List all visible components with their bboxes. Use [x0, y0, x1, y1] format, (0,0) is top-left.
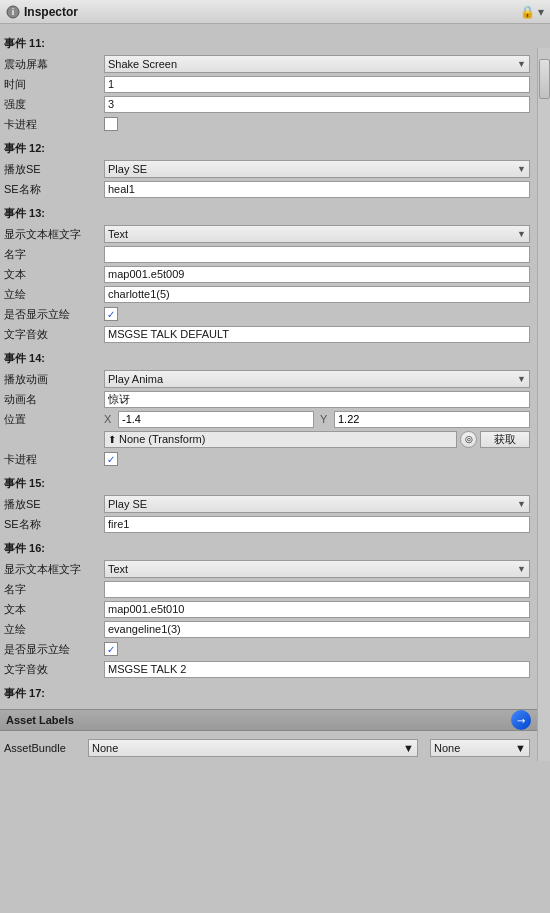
- transform-box: ⬆ None (Transform): [104, 431, 457, 448]
- field-value: [104, 601, 530, 618]
- strength-input[interactable]: [104, 96, 530, 113]
- shake-screen-dropdown[interactable]: Shake Screen ▼: [104, 55, 530, 73]
- text-input[interactable]: [104, 266, 530, 283]
- x-label: X: [104, 413, 116, 425]
- title-text: Inspector: [24, 5, 78, 19]
- event14-field2: 位置 X Y: [4, 410, 530, 428]
- field-value: ✓: [104, 642, 530, 656]
- field-label: SE名称: [4, 182, 104, 197]
- portrait-input2[interactable]: [104, 621, 530, 638]
- field-label: 强度: [4, 97, 104, 112]
- event14-field0: 播放动画 Play Anima ▼: [4, 370, 530, 388]
- event13-field4: 是否显示立绘 ✓: [4, 305, 530, 323]
- ka-checkbox2[interactable]: ✓: [104, 452, 118, 466]
- text-input2[interactable]: [104, 601, 530, 618]
- event16-field2: 文本: [4, 600, 530, 618]
- event13-header: 事件 13:: [4, 206, 530, 221]
- field-label: 文字音效: [4, 662, 104, 677]
- show-portrait-checkbox2[interactable]: ✓: [104, 642, 118, 656]
- field-value: [104, 76, 530, 93]
- event16-field5: 文字音效: [4, 660, 530, 678]
- event11-header: 事件 11:: [4, 36, 530, 51]
- field-label: 名字: [4, 582, 104, 597]
- asset-labels-bar: Asset Labels ↗: [0, 709, 550, 731]
- portrait-input[interactable]: [104, 286, 530, 303]
- se-name-input[interactable]: [104, 181, 530, 198]
- x-input[interactable]: [118, 411, 314, 428]
- chevron-down-icon: ▼: [517, 374, 526, 384]
- field-value: ✓: [104, 452, 530, 466]
- get-button[interactable]: 获取: [480, 431, 530, 448]
- field-value: X Y: [104, 411, 530, 428]
- event13-field0: 显示文本框文字 Text ▼: [4, 225, 530, 243]
- event14-field1: 动画名: [4, 390, 530, 408]
- event16-field3: 立绘: [4, 620, 530, 638]
- field-label: 播放SE: [4, 162, 104, 177]
- title-bar: i Inspector 🔒 ▾: [0, 0, 550, 24]
- main-content: 事件 11: 震动屏幕 Shake Screen ▼ 时间 强度: [0, 24, 550, 709]
- svg-text:i: i: [12, 7, 15, 17]
- time-input[interactable]: [104, 76, 530, 93]
- event11-field1: 时间: [4, 75, 530, 93]
- voice-input2[interactable]: [104, 661, 530, 678]
- chevron-down-icon: ▼: [403, 742, 414, 754]
- event15-field0: 播放SE Play SE ▼: [4, 495, 530, 513]
- ka-checkbox[interactable]: [104, 117, 118, 131]
- voice-input[interactable]: [104, 326, 530, 343]
- event16-field1: 名字: [4, 580, 530, 598]
- field-label: SE名称: [4, 517, 104, 532]
- text-dropdown2[interactable]: Text ▼: [104, 560, 530, 578]
- asset-bundle-dropdown1[interactable]: None ▼: [88, 739, 418, 757]
- anim-name-input[interactable]: [104, 391, 530, 408]
- field-value: [104, 266, 530, 283]
- checkbox-wrapper: ✓: [104, 307, 530, 321]
- event12-field1: SE名称: [4, 180, 530, 198]
- field-value: [104, 117, 530, 131]
- event16-field4: 是否显示立绘 ✓: [4, 640, 530, 658]
- field-label: 显示文本框文字: [4, 227, 104, 242]
- field-label: 位置: [4, 412, 104, 427]
- field-label: 文本: [4, 602, 104, 617]
- chevron-down-icon: ▼: [515, 742, 526, 754]
- arrow-icon: ↗: [514, 713, 527, 726]
- field-value: Text ▼: [104, 225, 530, 243]
- play-se-dropdown2[interactable]: Play SE ▼: [104, 495, 530, 513]
- inspector-icon: i: [6, 5, 20, 19]
- asset-labels-button[interactable]: ↗: [511, 710, 531, 730]
- show-portrait-checkbox[interactable]: ✓: [104, 307, 118, 321]
- field-value: Play Anima ▼: [104, 370, 530, 388]
- asset-bundle-dropdown2[interactable]: None ▼: [430, 739, 530, 757]
- play-anima-dropdown[interactable]: Play Anima ▼: [104, 370, 530, 388]
- chevron-down-icon: ▼: [517, 564, 526, 574]
- field-label: 显示文本框文字: [4, 562, 104, 577]
- field-label: 文本: [4, 267, 104, 282]
- event11-field2: 强度: [4, 95, 530, 113]
- lock-icon[interactable]: 🔒 ▾: [520, 5, 544, 19]
- circle-select-btn[interactable]: ◎: [460, 431, 477, 448]
- field-value: [104, 516, 530, 533]
- y-input[interactable]: [334, 411, 530, 428]
- checkbox-wrapper: [104, 117, 530, 131]
- text-dropdown[interactable]: Text ▼: [104, 225, 530, 243]
- field-label: 是否显示立绘: [4, 307, 104, 322]
- transform-row: ⬆ None (Transform) ◎ 获取: [4, 430, 530, 448]
- event14-header: 事件 14:: [4, 351, 530, 366]
- name-input[interactable]: [104, 246, 530, 263]
- event13-field1: 名字: [4, 245, 530, 263]
- field-value: Text ▼: [104, 560, 530, 578]
- field-label: 立绘: [4, 287, 104, 302]
- field-value: [104, 326, 530, 343]
- field-label: 立绘: [4, 622, 104, 637]
- field-value: [104, 391, 530, 408]
- checkbox-wrapper: ✓: [104, 642, 530, 656]
- se-name-input2[interactable]: [104, 516, 530, 533]
- event16-header: 事件 16:: [4, 541, 530, 556]
- name-input2[interactable]: [104, 581, 530, 598]
- asset-labels-text: Asset Labels: [6, 714, 74, 726]
- play-se-dropdown[interactable]: Play SE ▼: [104, 160, 530, 178]
- chevron-down-icon: ▼: [517, 229, 526, 239]
- event16-field0: 显示文本框文字 Text ▼: [4, 560, 530, 578]
- field-label: 时间: [4, 77, 104, 92]
- chevron-down-icon: ▼: [517, 499, 526, 509]
- event15-header: 事件 15:: [4, 476, 530, 491]
